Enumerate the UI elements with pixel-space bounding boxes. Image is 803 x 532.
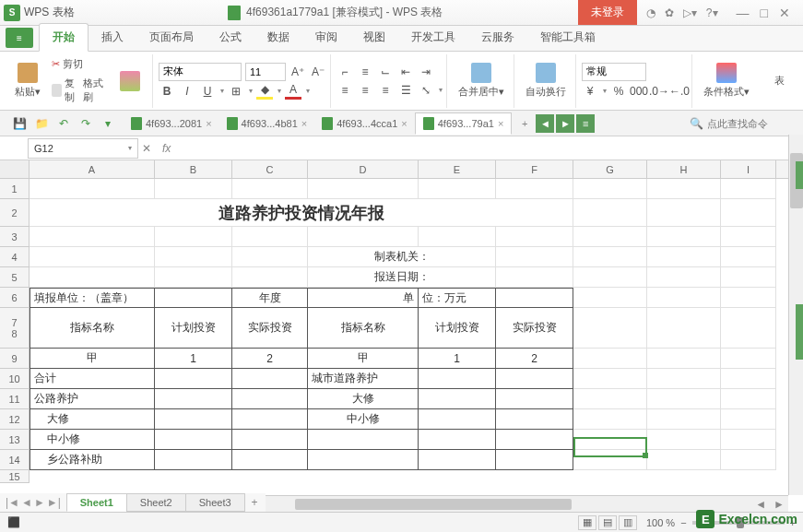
spreadsheet-grid[interactable]: A B C D E F G H I 1 2 3 4 5 6 78 9 10 11… xyxy=(0,160,803,498)
align-right-button[interactable]: ≡ xyxy=(377,82,394,99)
underline-button[interactable]: U xyxy=(199,83,216,100)
scroll-left-icon[interactable]: ◄ xyxy=(751,498,770,511)
scroll-right-icon[interactable]: ► xyxy=(770,498,788,511)
page-break-view-button[interactable]: ▥ xyxy=(619,515,637,530)
row-14[interactable]: 14 xyxy=(0,450,30,470)
qat-open-icon[interactable]: 📁 xyxy=(33,115,50,132)
copy-button[interactable]: 复制 格式刷 xyxy=(50,76,108,105)
doc-tab-4[interactable]: 4f693...79a1× xyxy=(415,112,513,135)
tab-next-button[interactable]: ► xyxy=(556,114,574,133)
orientation-button[interactable]: ⤡ xyxy=(418,82,434,99)
skin-icon[interactable]: ▷▾ xyxy=(683,6,697,19)
number-format-select[interactable] xyxy=(582,63,646,81)
font-color-button[interactable]: A xyxy=(285,83,301,100)
menu-data[interactable]: 数据 xyxy=(254,24,302,51)
row-15[interactable]: 15 xyxy=(0,470,30,483)
cancel-formula-icon[interactable]: ✕ xyxy=(142,142,151,155)
row-9[interactable]: 9 xyxy=(0,349,30,369)
font-name-select[interactable] xyxy=(159,63,242,81)
col-C[interactable]: C xyxy=(232,160,308,178)
align-center-button[interactable]: ≡ xyxy=(357,82,373,99)
row-6[interactable]: 6 xyxy=(0,288,30,308)
menu-formula[interactable]: 公式 xyxy=(207,24,254,51)
percent-button[interactable]: % xyxy=(610,83,627,100)
close-icon[interactable]: × xyxy=(498,118,503,129)
decrease-font-button[interactable]: A⁻ xyxy=(310,64,326,80)
cloud-icon[interactable]: ◔ xyxy=(646,6,655,19)
font-size-select[interactable] xyxy=(245,63,286,81)
command-search-input[interactable] xyxy=(707,118,799,129)
sheet-tab-1[interactable]: Sheet1 xyxy=(66,493,127,512)
bold-button[interactable]: B xyxy=(159,83,175,100)
name-box[interactable]: G12▾ xyxy=(28,138,138,159)
increase-font-button[interactable]: A⁺ xyxy=(289,64,306,80)
border-button[interactable]: ⊞ xyxy=(228,83,244,100)
align-middle-button[interactable]: ≡ xyxy=(357,64,373,80)
align-top-button[interactable]: ⌐ xyxy=(337,64,353,80)
sheet-tab-3[interactable]: Sheet3 xyxy=(185,493,245,512)
menu-review[interactable]: 审阅 xyxy=(302,24,350,51)
qat-save-icon[interactable]: 💾 xyxy=(11,115,28,132)
doc-tab-3[interactable]: 4f693...4cca1× xyxy=(314,113,415,134)
indent-right-button[interactable]: ⇥ xyxy=(418,64,434,80)
doc-tab-1[interactable]: 4f693...2081× xyxy=(124,113,219,134)
page-view-button[interactable]: ▤ xyxy=(598,515,617,530)
col-E[interactable]: E xyxy=(419,160,496,178)
add-sheet-button[interactable]: + xyxy=(244,496,266,509)
paste-button[interactable]: 粘贴▾ xyxy=(9,61,46,100)
col-G[interactable]: G xyxy=(573,160,647,178)
qat-more-icon[interactable]: ▾ xyxy=(100,115,116,132)
command-search[interactable]: 🔍 xyxy=(690,117,799,130)
italic-button[interactable]: I xyxy=(179,83,195,100)
tab-list-button[interactable]: ≡ xyxy=(576,114,595,133)
justify-button[interactable]: ☰ xyxy=(397,82,414,99)
wrap-text-button[interactable]: 自动换行 xyxy=(520,61,572,100)
sheet-tab-2[interactable]: Sheet2 xyxy=(126,493,186,512)
file-menu-button[interactable]: ≡ xyxy=(6,28,33,48)
close-icon[interactable]: × xyxy=(206,118,211,129)
format-painter-button[interactable] xyxy=(112,69,148,93)
comma-button[interactable]: 000 xyxy=(631,83,647,100)
col-B[interactable]: B xyxy=(155,160,232,178)
menu-smart-toolbox[interactable]: 智能工具箱 xyxy=(527,24,608,51)
close-button[interactable]: ✕ xyxy=(779,6,790,20)
row-2[interactable]: 2 xyxy=(0,199,30,227)
col-A[interactable]: A xyxy=(30,160,155,178)
fx-button[interactable]: fx xyxy=(162,142,171,155)
col-H[interactable]: H xyxy=(647,160,721,178)
sheet-prev-button[interactable]: ◄ xyxy=(21,496,32,509)
row-12[interactable]: 12 xyxy=(0,409,30,430)
indent-left-button[interactable]: ⇤ xyxy=(397,64,414,80)
close-icon[interactable]: × xyxy=(401,118,407,129)
currency-button[interactable]: ¥ xyxy=(582,83,598,100)
fill-color-button[interactable]: ◆ xyxy=(256,83,273,100)
sheet-first-button[interactable]: |◄ xyxy=(6,496,19,509)
menu-dev-tools[interactable]: 开发工具 xyxy=(398,24,468,51)
cells-area[interactable]: 道路养护投资情况年报 制表机关： 报送日期： 填报单位：（盖章）年度单位：万元 … xyxy=(30,179,803,470)
sheet-next-button[interactable]: ► xyxy=(34,496,45,509)
row-13[interactable]: 13 xyxy=(0,430,30,450)
col-D[interactable]: D xyxy=(308,160,419,178)
row-1[interactable]: 1 xyxy=(0,179,30,199)
cut-button[interactable]: ✂剪切 xyxy=(50,56,108,72)
zoom-out-button[interactable]: − xyxy=(680,517,686,528)
menu-page-layout[interactable]: 页面布局 xyxy=(136,24,207,51)
conditional-format-button[interactable]: 条件格式▾ xyxy=(698,61,755,100)
col-I[interactable]: I xyxy=(721,160,776,178)
row-4[interactable]: 4 xyxy=(0,247,30,267)
formula-input[interactable] xyxy=(178,138,803,159)
table-style-button[interactable]: 表 xyxy=(761,72,797,89)
align-bottom-button[interactable]: ⌙ xyxy=(377,64,394,80)
login-button[interactable]: 未登录 xyxy=(578,0,637,25)
qat-undo-icon[interactable]: ↶ xyxy=(55,115,72,132)
row-10[interactable]: 10 xyxy=(0,369,30,389)
decrease-decimal-button[interactable]: ←.0 xyxy=(671,83,688,100)
row-11[interactable]: 11 xyxy=(0,389,30,409)
normal-view-button[interactable]: ▦ xyxy=(578,515,596,530)
align-left-button[interactable]: ≡ xyxy=(337,82,353,99)
merge-center-button[interactable]: 合并居中▾ xyxy=(453,61,510,100)
settings-icon[interactable]: ✿ xyxy=(665,6,674,19)
row-7-8[interactable]: 78 xyxy=(0,308,30,349)
tab-prev-button[interactable]: ◄ xyxy=(536,114,554,133)
increase-decimal-button[interactable]: .0→ xyxy=(651,83,667,100)
